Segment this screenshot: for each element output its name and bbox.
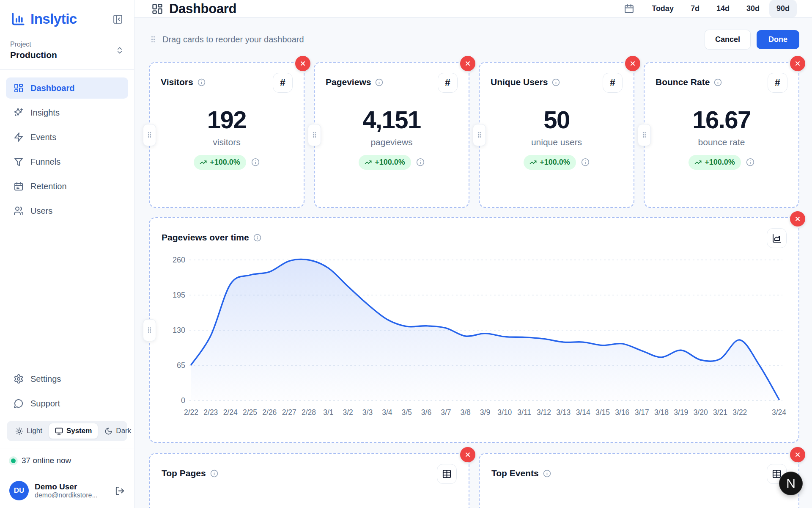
range-90d-button[interactable]: 90d [769,0,797,17]
avatar: DU [9,481,29,500]
top-events-card: Top Events [479,453,799,508]
dashboard-grid-icon [14,83,24,93]
info-icon[interactable] [581,158,590,166]
card-title: Top Events [491,468,539,478]
svg-text:195: 195 [173,291,185,299]
stat-card-visitors: Visitors # 192 visitors +100.0% [149,62,304,208]
svg-text:3/8: 3/8 [461,408,471,417]
sidebar-item-settings[interactable]: Settings [6,368,128,389]
change-badge: +100.0% [194,155,246,170]
info-icon[interactable] [746,158,754,166]
hash-icon: # [445,77,450,88]
info-icon[interactable] [543,469,551,478]
funnel-icon [14,157,24,167]
stat-card-grid: Visitors # 192 visitors +100.0% [149,62,799,208]
logout-button[interactable] [115,486,125,496]
close-icon [464,60,471,67]
svg-text:3/10: 3/10 [497,408,512,417]
sidebar-item-label: Funnels [30,157,60,167]
svg-text:2/27: 2/27 [282,408,296,417]
sidebar-item-users[interactable]: Users [6,200,128,221]
chart-plot-area: 0651301952602/222/232/242/252/262/272/28… [162,252,787,428]
chevrons-up-down-icon [115,46,124,55]
range-14d-button[interactable]: 14d [709,0,737,17]
number-format-button[interactable]: # [273,73,293,93]
sidebar-item-funnels[interactable]: Funnels [6,151,128,172]
close-icon [464,451,471,458]
sidebar-item-events[interactable]: Events [6,127,128,148]
card-title: Bounce Rate [656,77,710,87]
theme-dark-button[interactable]: Dark [98,423,137,439]
range-today-button[interactable]: Today [645,0,681,17]
remove-card-button[interactable] [790,447,805,462]
svg-text:3/2: 3/2 [343,408,353,417]
grip-vertical-icon [149,35,157,44]
card-drag-handle[interactable] [143,124,156,146]
info-icon[interactable] [251,158,260,166]
info-icon[interactable] [375,78,383,86]
logo-row: Inslytic [0,0,134,31]
number-format-button[interactable]: # [438,73,458,93]
sidebar-item-insights[interactable]: Insights [6,102,128,123]
info-icon[interactable] [714,78,722,86]
remove-card-button[interactable] [625,56,640,71]
info-icon[interactable] [198,78,206,86]
svg-text:3/13: 3/13 [556,408,571,417]
change-badge: +100.0% [524,155,576,170]
sidebar-item-dashboard[interactable]: Dashboard [6,77,128,99]
sidebar-item-label: Support [30,399,60,409]
number-format-button[interactable]: # [603,73,623,93]
dashboard-grid-icon [151,3,163,15]
info-icon[interactable] [416,158,425,166]
calendar-icon[interactable] [624,3,634,14]
sun-icon [15,427,23,435]
sidebar-item-label: Dashboard [30,83,74,93]
online-status-row: 37 online now [0,448,134,473]
close-icon [299,60,306,67]
sparkles-icon [14,108,24,118]
project-selector[interactable]: Project Production [0,31,134,69]
top-pages-card: Top Pages [149,453,469,508]
done-button[interactable]: Done [757,30,799,49]
svg-text:260: 260 [173,256,185,264]
info-icon[interactable] [210,469,218,478]
table-view-button[interactable] [437,464,457,484]
card-drag-handle[interactable] [143,319,156,341]
sidebar-item-retention[interactable]: Retention [6,176,128,197]
card-drag-handle[interactable] [473,124,486,146]
stat-unit: pageviews [370,137,412,147]
number-format-button[interactable]: # [768,73,787,93]
svg-text:3/1: 3/1 [323,408,333,417]
stat-unit: visitors [213,137,240,147]
zap-icon [14,132,24,142]
close-icon [629,60,636,67]
sidebar-collapse-button[interactable] [112,13,124,25]
sidebar-item-support[interactable]: Support [6,393,128,414]
stat-card-bounce-rate: Bounce Rate # 16.67 bounce rate +100.0% [644,62,799,208]
bottom-card-grid: Top Pages Top Events [149,453,799,508]
card-drag-handle[interactable] [638,124,651,146]
remove-card-button[interactable] [790,56,805,71]
info-icon[interactable] [552,78,560,86]
remove-card-button[interactable] [790,211,805,226]
theme-light-button[interactable]: Light [9,423,49,439]
info-icon[interactable] [253,234,261,242]
remove-card-button[interactable] [460,447,475,462]
theme-dark-label: Dark [116,427,131,435]
range-30d-button[interactable]: 30d [739,0,767,17]
nextjs-dev-badge[interactable]: N [779,472,803,495]
sidebar-item-label: Retention [30,182,67,191]
svg-text:3/15: 3/15 [595,408,610,417]
topbar: Dashboard Today 7d 14d 30d 90d [134,0,812,18]
hash-icon: # [610,77,615,88]
cancel-button[interactable]: Cancel [705,30,751,50]
chart-type-button[interactable] [767,228,787,248]
svg-text:2/23: 2/23 [203,408,218,417]
theme-system-button[interactable]: System [49,423,98,439]
page-title: Dashboard [169,1,236,17]
remove-card-button[interactable] [295,56,310,71]
remove-card-button[interactable] [460,56,475,71]
range-7d-button[interactable]: 7d [683,0,707,17]
card-drag-handle[interactable] [308,124,321,146]
card-title: Pageviews [326,77,371,87]
